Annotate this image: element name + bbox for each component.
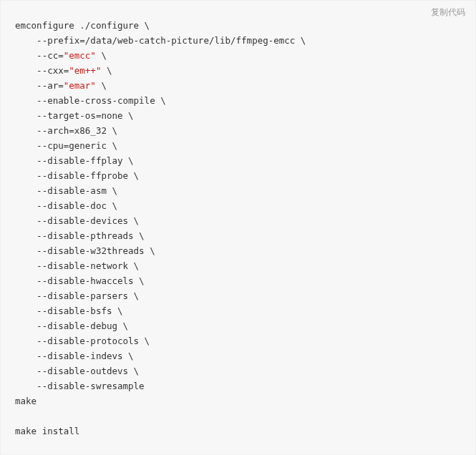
code-line: --disable-asm \ <box>15 185 117 196</box>
code-line: --disable-bsfs \ <box>15 305 123 316</box>
code-line: --disable-ffprobe \ <box>15 170 139 181</box>
code-line: make install <box>15 426 79 436</box>
code-line: --disable-parsers \ <box>15 290 139 301</box>
code-text: \ <box>96 80 107 91</box>
code-line: --enable-cross-compile \ <box>15 95 166 106</box>
code-line: --cxx= <box>15 65 69 76</box>
code-text: \ <box>101 65 112 76</box>
string-literal: "emcc" <box>64 50 96 61</box>
copy-code-button[interactable]: 复制代码 <box>431 6 465 19</box>
code-line: --cpu=generic \ <box>15 140 117 151</box>
code-line: --disable-swresample <box>15 381 145 391</box>
code-line: make <box>15 396 37 406</box>
code-line: --disable-network \ <box>15 260 139 271</box>
code-line: --ar= <box>15 80 64 91</box>
code-content: emconfigure ./configure \ --prefix=/data… <box>15 18 461 439</box>
code-text: \ <box>96 50 107 61</box>
code-line: --cc= <box>15 50 64 61</box>
code-line: --arch=x86_32 \ <box>15 125 117 136</box>
string-literal: "emar" <box>64 80 96 91</box>
string-literal: "em++" <box>69 65 101 76</box>
code-line: --disable-doc \ <box>15 200 117 211</box>
code-line: --disable-outdevs \ <box>15 366 139 376</box>
code-line: --disable-hwaccels \ <box>15 275 145 286</box>
code-line: --disable-protocols \ <box>15 336 150 346</box>
code-line: --disable-ffplay \ <box>15 155 134 166</box>
code-line: emconfigure ./configure \ <box>15 20 150 31</box>
code-line: --disable-w32threads \ <box>15 245 155 256</box>
code-line: --disable-debug \ <box>15 321 128 331</box>
code-line: --disable-devices \ <box>15 215 139 226</box>
code-block: 复制代码 emconfigure ./configure \ --prefix=… <box>0 0 476 455</box>
code-line: --disable-pthreads \ <box>15 230 145 241</box>
code-line: --disable-indevs \ <box>15 351 134 361</box>
code-line: --target-os=none \ <box>15 110 134 121</box>
code-line: --prefix=/data/web-catch-picture/lib/ffm… <box>15 35 306 46</box>
